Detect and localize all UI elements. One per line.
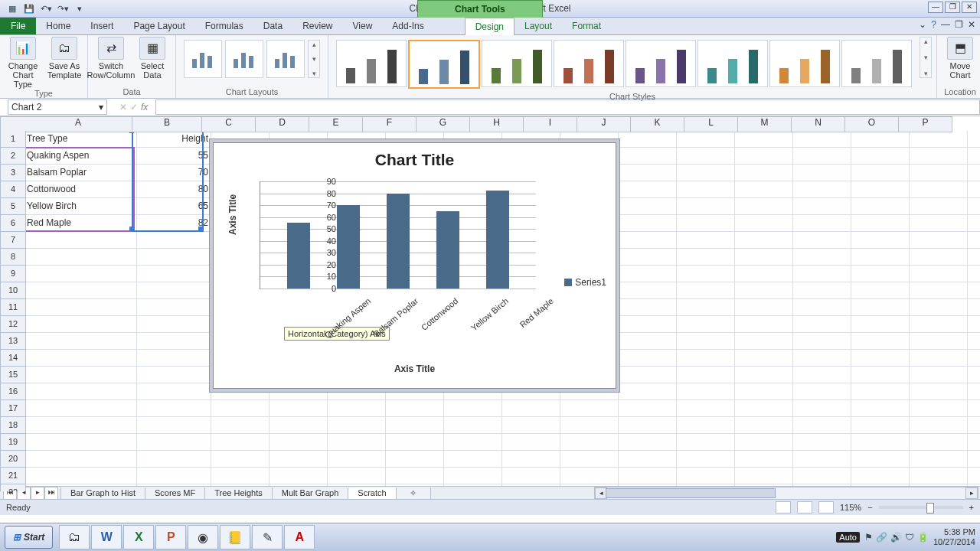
cell-A19[interactable] (24, 434, 137, 451)
cell-M5[interactable] (793, 198, 851, 215)
tab-layout[interactable]: Layout (514, 18, 562, 34)
cell-E20[interactable] (328, 451, 386, 468)
cell-J8[interactable] (619, 249, 677, 266)
start-button[interactable]: ⊞Start (5, 526, 53, 549)
zoom-slider-thumb[interactable] (926, 503, 934, 514)
layout-gallery-scroll[interactable]: ▴▾▾ (308, 40, 320, 78)
column-header-H[interactable]: H (470, 116, 524, 132)
cell-P3[interactable] (968, 165, 980, 181)
cell-P17[interactable] (968, 400, 980, 417)
row-header-12[interactable]: 12 (0, 316, 26, 333)
select-all-cell[interactable] (0, 116, 26, 132)
cell-A12[interactable] (24, 316, 137, 333)
column-header-A[interactable]: A (24, 116, 132, 132)
cell-F17[interactable] (386, 400, 444, 417)
cell-K19[interactable] (677, 434, 735, 451)
cell-B12[interactable] (137, 316, 211, 333)
cell-P21[interactable] (968, 468, 980, 484)
cell-N9[interactable] (851, 266, 910, 282)
column-header-I[interactable]: I (524, 116, 577, 132)
cell-L20[interactable] (735, 451, 793, 468)
zoom-level[interactable]: 115% (840, 503, 861, 512)
column-header-P[interactable]: P (899, 116, 952, 132)
cell-J15[interactable] (619, 367, 677, 383)
cell-K16[interactable] (677, 383, 735, 400)
taskbar-explorer-icon[interactable]: 🗂 (59, 525, 90, 549)
fx-icon[interactable]: fx (141, 102, 148, 112)
cell-A18[interactable] (24, 417, 137, 434)
workbook-close-icon[interactable]: ✕ (968, 19, 975, 30)
cell-A2[interactable]: Quaking Aspen (24, 148, 137, 165)
name-box[interactable]: Chart 2▾ (8, 99, 107, 115)
cell-N7[interactable] (851, 232, 910, 249)
cell-B11[interactable] (137, 299, 211, 316)
workbook-minimize-icon[interactable]: — (941, 19, 950, 30)
cell-M17[interactable] (793, 400, 851, 417)
cell-M1[interactable] (793, 131, 851, 148)
cell-C21[interactable] (211, 468, 270, 484)
cell-N6[interactable] (851, 215, 910, 232)
row-header-11[interactable]: 11 (0, 299, 26, 316)
cell-A11[interactable] (24, 299, 137, 316)
cell-P10[interactable] (968, 282, 980, 299)
cell-M9[interactable] (793, 266, 851, 282)
taskbar-notes-icon[interactable]: 📒 (220, 525, 250, 549)
bar-red-maple[interactable] (486, 191, 509, 289)
cell-L14[interactable] (735, 350, 793, 367)
chart-style-2[interactable] (408, 40, 480, 89)
cell-K6[interactable] (677, 215, 735, 232)
cell-N14[interactable] (851, 350, 910, 367)
range-handle[interactable] (129, 227, 134, 231)
cell-M2[interactable] (793, 148, 851, 165)
style-gallery-scroll[interactable]: ▴▾▾ (920, 37, 932, 78)
cell-D18[interactable] (270, 417, 328, 434)
cell-A6[interactable]: Red Maple (24, 215, 137, 232)
cell-H17[interactable] (502, 400, 560, 417)
cell-M14[interactable] (793, 350, 851, 367)
row-header-21[interactable]: 21 (0, 468, 26, 484)
tab-view[interactable]: View (343, 18, 383, 34)
cell-B17[interactable] (137, 400, 211, 417)
cell-I20[interactable] (560, 451, 619, 468)
cell-K20[interactable] (677, 451, 735, 468)
cell-O7[interactable] (910, 232, 968, 249)
zoom-out-button[interactable]: − (867, 503, 872, 512)
sheet-tab-scratch[interactable]: Scratch (348, 487, 396, 500)
cell-P7[interactable] (968, 232, 980, 249)
cell-K15[interactable] (677, 367, 735, 383)
column-header-L[interactable]: L (684, 116, 738, 132)
cell-A17[interactable] (24, 400, 137, 417)
cell-J20[interactable] (619, 451, 677, 468)
row-header-17[interactable]: 17 (0, 400, 26, 417)
cell-B15[interactable] (137, 367, 211, 383)
cell-P2[interactable] (968, 148, 980, 165)
cell-P16[interactable] (968, 383, 980, 400)
cell-K1[interactable] (677, 131, 735, 148)
cell-L13[interactable] (735, 333, 793, 350)
cell-I18[interactable] (560, 417, 619, 434)
tab-data[interactable]: Data (253, 18, 292, 34)
bar-quaking-aspen[interactable] (287, 223, 310, 289)
tab-add-ins[interactable]: Add-Ins (382, 18, 433, 34)
chart-style-5[interactable] (626, 40, 696, 87)
restore-button[interactable]: ❐ (945, 2, 960, 13)
column-header-B[interactable]: B (132, 116, 202, 132)
cell-M15[interactable] (793, 367, 851, 383)
cell-L18[interactable] (735, 417, 793, 434)
cell-A1[interactable]: Tree Type (24, 131, 137, 148)
cell-J5[interactable] (619, 198, 677, 215)
range-handle[interactable] (198, 227, 203, 231)
cell-J6[interactable] (619, 215, 677, 232)
cell-N3[interactable] (851, 165, 910, 181)
cell-P12[interactable] (968, 316, 980, 333)
cell-N8[interactable] (851, 249, 910, 266)
cell-N20[interactable] (851, 451, 910, 468)
bar-balsam-poplar[interactable] (337, 205, 360, 289)
cancel-formula-icon[interactable]: ✕ (119, 102, 127, 112)
cell-G17[interactable] (444, 400, 502, 417)
normal-view-button[interactable] (776, 501, 791, 514)
taskbar-powerpoint-icon[interactable]: P (155, 525, 186, 549)
cell-B14[interactable] (137, 350, 211, 367)
zoom-slider[interactable] (879, 506, 963, 509)
cell-A13[interactable] (24, 333, 137, 350)
